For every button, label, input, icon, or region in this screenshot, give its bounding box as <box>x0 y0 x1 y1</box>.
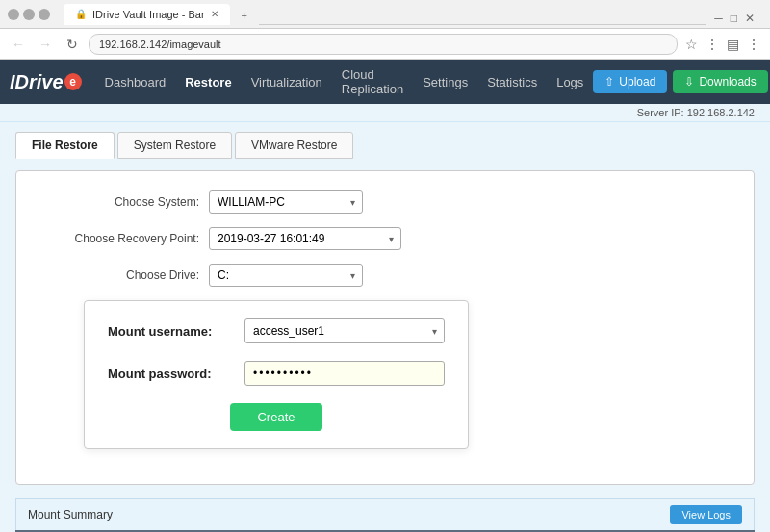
mount-summary-label: Mount Summary <box>28 508 113 521</box>
download-label: Downloads <box>699 75 756 89</box>
logo-e: e <box>64 73 82 90</box>
download-button[interactable]: ⇩ Downloads <box>673 70 767 93</box>
nav-statistics[interactable]: Statistics <box>477 60 547 104</box>
create-button[interactable]: Create <box>230 403 321 431</box>
form-card: Choose System: WILLIAM-PC ▾ Choose Recov… <box>15 170 755 485</box>
nav-logs[interactable]: Logs <box>547 60 593 104</box>
upload-icon: ⇧ <box>604 75 614 89</box>
choose-drive-select[interactable]: C: <box>209 264 363 287</box>
mount-username-wrapper: access_user1 ▾ <box>244 318 445 343</box>
choose-recovery-row: Choose Recovery Point: 2019-03-27 16:01:… <box>45 227 725 250</box>
choose-recovery-label: Choose Recovery Point: <box>45 232 199 245</box>
page-tabs: File Restore System Restore VMware Resto… <box>15 132 755 159</box>
tab-file-restore[interactable]: File Restore <box>15 132 115 159</box>
mount-password-row: Mount password: <box>108 361 445 386</box>
address-bar: ← → ↻ ☆ ⋮ ▤ ⋮ <box>0 29 770 60</box>
mount-password-input[interactable] <box>244 361 445 386</box>
nav-settings[interactable]: Settings <box>413 60 477 104</box>
tab-favicon: 🔒 <box>75 9 87 19</box>
server-ip-bar: Server IP: 192.168.2.142 <box>0 104 770 122</box>
choose-system-row: Choose System: WILLIAM-PC ▾ <box>45 190 725 214</box>
browser-actions: ☆ ⋮ ▤ ⋮ <box>683 35 762 54</box>
upload-label: Upload <box>619 75 655 89</box>
server-ip-label: Server IP: <box>637 107 684 118</box>
nav-dashboard[interactable]: Dashboard <box>95 60 176 104</box>
choose-system-wrapper: WILLIAM-PC ▾ <box>209 190 363 214</box>
bookmark-icon[interactable]: ☆ <box>683 35 700 54</box>
maximize-btn[interactable] <box>23 9 35 20</box>
window-controls <box>8 9 50 20</box>
tab-close-icon[interactable]: ✕ <box>211 9 218 19</box>
address-input[interactable] <box>89 34 678 55</box>
nav-virtualization[interactable]: Virtualization <box>242 60 332 104</box>
logo-area: IDrivee <box>10 71 82 93</box>
mount-credentials-box: Mount username: access_user1 ▾ Mount pas… <box>84 300 469 449</box>
upload-button[interactable]: ⇧ Upload <box>593 70 667 93</box>
choose-system-label: Choose System: <box>45 195 199 209</box>
logo-text: IDrive <box>10 71 64 93</box>
nav-cloud-replication[interactable]: Cloud Replication <box>332 60 413 104</box>
main-content: File Restore System Restore VMware Resto… <box>0 122 770 532</box>
window-close-icon[interactable]: ✕ <box>745 12 755 25</box>
refresh-button[interactable]: ↻ <box>62 34 83 55</box>
mount-username-label: Mount username: <box>108 324 233 339</box>
choose-recovery-select[interactable]: 2019-03-27 16:01:49 <box>209 227 401 250</box>
choose-recovery-wrapper: 2019-03-27 16:01:49 ▾ <box>209 227 401 250</box>
minimize-btn[interactable] <box>8 9 19 20</box>
create-btn-row: Create <box>108 403 445 431</box>
active-browser-tab[interactable]: 🔒 IDrive Vault Image - Bar ✕ <box>64 4 230 25</box>
mount-username-select[interactable]: access_user1 <box>244 318 445 343</box>
app-navbar: IDrivee Dashboard Restore Virtualization… <box>0 60 770 104</box>
window-minimize-icon[interactable]: ─ <box>714 12 723 25</box>
tab-vmware-restore[interactable]: VMware Restore <box>235 132 353 159</box>
close-btn[interactable] <box>38 9 50 20</box>
server-ip-value: 192.168.2.142 <box>687 107 755 118</box>
tab-system-restore[interactable]: System Restore <box>117 132 232 159</box>
mount-username-row: Mount username: access_user1 ▾ <box>108 318 445 343</box>
choose-system-select[interactable]: WILLIAM-PC <box>209 190 363 214</box>
menu-icon[interactable]: ⋮ <box>704 35 721 54</box>
new-tab-button[interactable]: + <box>230 6 259 25</box>
browser-titlebar: 🔒 IDrive Vault Image - Bar ✕ + ─ □ ✕ <box>0 0 770 29</box>
choose-drive-row: Choose Drive: C: ▾ <box>45 264 725 287</box>
mount-summary-bar: Mount Summary View Logs <box>15 498 755 530</box>
tab-title: IDrive Vault Image - Bar <box>92 9 205 20</box>
forward-button[interactable]: → <box>35 34 56 55</box>
more-icon[interactable]: ⋮ <box>745 35 762 54</box>
choose-drive-wrapper: C: ▾ <box>209 264 363 287</box>
window-maximize-icon[interactable]: □ <box>731 12 737 25</box>
view-logs-button[interactable]: View Logs <box>670 505 742 524</box>
choose-drive-label: Choose Drive: <box>45 268 199 282</box>
new-tab-icon: + <box>242 10 247 21</box>
cast-icon[interactable]: ▤ <box>725 35 741 54</box>
download-icon: ⇩ <box>684 75 694 89</box>
mount-password-label: Mount password: <box>108 367 233 381</box>
back-button[interactable]: ← <box>8 34 29 55</box>
nav-restore[interactable]: Restore <box>175 60 241 104</box>
